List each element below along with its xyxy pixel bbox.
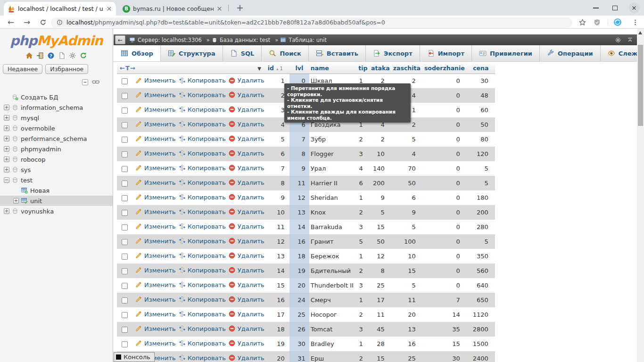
delete-row-link[interactable]: Удалить: [226, 296, 264, 303]
column-header-lvl[interactable]: lvl: [289, 63, 309, 74]
delete-row-link[interactable]: Удалить: [226, 179, 264, 186]
delete-row-link[interactable]: Удалить: [226, 208, 264, 215]
scroll-to-top-icon[interactable]: [627, 37, 633, 43]
copy-row-link[interactable]: Копировать: [176, 340, 226, 347]
tab-close-icon[interactable]: [106, 6, 112, 12]
edit-row-link[interactable]: Изменить: [132, 135, 176, 142]
home-icon[interactable]: [25, 52, 33, 59]
row-checkbox[interactable]: [122, 210, 128, 216]
edit-row-link[interactable]: Изменить: [132, 252, 176, 259]
row-checkbox[interactable]: [122, 312, 128, 318]
edit-row-link[interactable]: Изменить: [132, 340, 176, 347]
docs-icon[interactable]: [58, 52, 66, 59]
copy-row-link[interactable]: Копировать: [176, 179, 226, 186]
tree-item[interactable]: Новая: [0, 185, 113, 196]
copy-row-link[interactable]: Копировать: [176, 165, 226, 172]
tree-expander[interactable]: +: [4, 167, 9, 173]
column-header-soderzhanie[interactable]: soderzhanie: [422, 63, 467, 74]
edit-row-link[interactable]: Изменить: [132, 311, 176, 318]
pma-tab[interactable]: Импорт: [420, 45, 472, 61]
tree-item[interactable]: + unit: [0, 196, 113, 206]
collapse-all-icon[interactable]: [82, 79, 89, 86]
column-header-name[interactable]: name: [309, 63, 356, 74]
tree-expander[interactable]: +: [4, 136, 9, 141]
tree-item[interactable]: + performance_schema: [0, 133, 113, 144]
tree-expander[interactable]: +: [4, 115, 9, 121]
copy-row-link[interactable]: Копировать: [176, 281, 226, 288]
row-checkbox[interactable]: [122, 224, 128, 230]
scrollbar-up-arrow[interactable]: [638, 31, 642, 34]
copy-row-link[interactable]: Копировать: [176, 121, 226, 128]
url-bar[interactable]: localhost/phpmyadmin/sql.php?db=test&tab…: [51, 17, 572, 28]
row-checkbox[interactable]: [122, 181, 128, 187]
edit-row-link[interactable]: Изменить: [132, 238, 176, 245]
tab-close-icon[interactable]: [216, 6, 223, 12]
tree-expander[interactable]: +: [4, 156, 9, 162]
pma-tab[interactable]: Экспорт: [366, 45, 420, 61]
edit-row-link[interactable]: Изменить: [132, 325, 176, 332]
tree-item[interactable]: + mysql: [0, 113, 113, 123]
row-checkbox[interactable]: [122, 239, 128, 245]
row-checkbox[interactable]: [122, 283, 128, 289]
delete-row-link[interactable]: Удалить: [226, 121, 264, 128]
delete-row-link[interactable]: Удалить: [226, 150, 264, 157]
window-maximize-button[interactable]: [605, 0, 624, 16]
delete-row-link[interactable]: Удалить: [226, 238, 264, 245]
copy-row-link[interactable]: Копировать: [176, 194, 226, 201]
edit-row-link[interactable]: Изменить: [132, 267, 176, 274]
row-checkbox[interactable]: [122, 107, 128, 114]
row-checkbox[interactable]: [122, 327, 128, 333]
edit-row-link[interactable]: Изменить: [132, 179, 176, 186]
forward-button[interactable]: →: [20, 16, 34, 29]
pma-tab[interactable]: Структура: [161, 45, 223, 61]
edit-row-link[interactable]: Изменить: [132, 150, 176, 157]
tree-item[interactable]: + sys: [0, 165, 113, 175]
column-header-zaschita[interactable]: zaschita: [391, 63, 422, 74]
delete-row-link[interactable]: Удалить: [226, 77, 264, 84]
edit-row-link[interactable]: Изменить: [132, 223, 176, 230]
tree-expander[interactable]: +: [4, 146, 9, 152]
column-header-id[interactable]: id▴1: [266, 63, 289, 74]
copy-row-link[interactable]: Копировать: [176, 296, 226, 303]
browser-tab-inactive[interactable]: B bymas.ru | Новое сообщение: [119, 2, 226, 16]
tree-item[interactable]: Создать БД: [0, 92, 113, 102]
row-checkbox[interactable]: [122, 341, 128, 347]
tree-item[interactable]: − test: [0, 175, 113, 185]
delete-row-link[interactable]: Удалить: [226, 281, 264, 288]
delete-row-link[interactable]: Удалить: [226, 135, 264, 142]
pma-tab[interactable]: Привилегии: [472, 45, 540, 61]
dropdown-caret-icon[interactable]: ▼: [257, 66, 261, 71]
copy-row-link[interactable]: Копировать: [176, 311, 226, 318]
column-header-ataka[interactable]: ataka: [370, 63, 391, 74]
row-checkbox[interactable]: [122, 93, 128, 99]
console-button[interactable]: Консоль: [114, 352, 155, 362]
pma-tab[interactable]: Поиск: [262, 45, 308, 61]
page-settings-gear-icon[interactable]: [615, 37, 621, 43]
delete-row-link[interactable]: Удалить: [226, 194, 264, 201]
edit-row-link[interactable]: Изменить: [132, 296, 176, 303]
row-checkbox[interactable]: [122, 268, 128, 274]
copy-row-link[interactable]: Копировать: [176, 135, 226, 142]
options-toggle-widget[interactable]: ←T→: [117, 65, 136, 72]
edit-row-link[interactable]: Изменить: [132, 91, 176, 99]
delete-row-link[interactable]: Удалить: [226, 311, 264, 318]
pma-tab[interactable]: Операции: [540, 45, 601, 61]
browser-tab-active[interactable]: localhost / localhost / test / unit: [4, 2, 116, 16]
delete-row-link[interactable]: Удалить: [226, 340, 264, 347]
edit-row-link[interactable]: Изменить: [132, 281, 176, 288]
reload-nav-icon[interactable]: [80, 52, 87, 59]
logout-door-icon[interactable]: [36, 52, 44, 59]
copy-row-link[interactable]: Копировать: [176, 77, 226, 84]
copy-row-link[interactable]: Копировать: [176, 325, 226, 332]
copy-row-link[interactable]: Копировать: [176, 252, 226, 259]
row-checkbox[interactable]: [122, 254, 128, 260]
settings-gear-icon[interactable]: [69, 52, 76, 59]
shield-icon[interactable]: [594, 17, 601, 26]
favorites-button[interactable]: Избранное: [45, 64, 88, 74]
bookmark-star-icon[interactable]: [579, 17, 586, 26]
scrollbar-thumb[interactable]: [638, 45, 643, 126]
copy-row-link[interactable]: Копировать: [176, 267, 226, 274]
tree-item[interactable]: + information_schema: [0, 102, 113, 113]
column-header-tip[interactable]: tip: [356, 63, 370, 74]
breadcrumb-back-button[interactable]: ←: [115, 35, 125, 44]
